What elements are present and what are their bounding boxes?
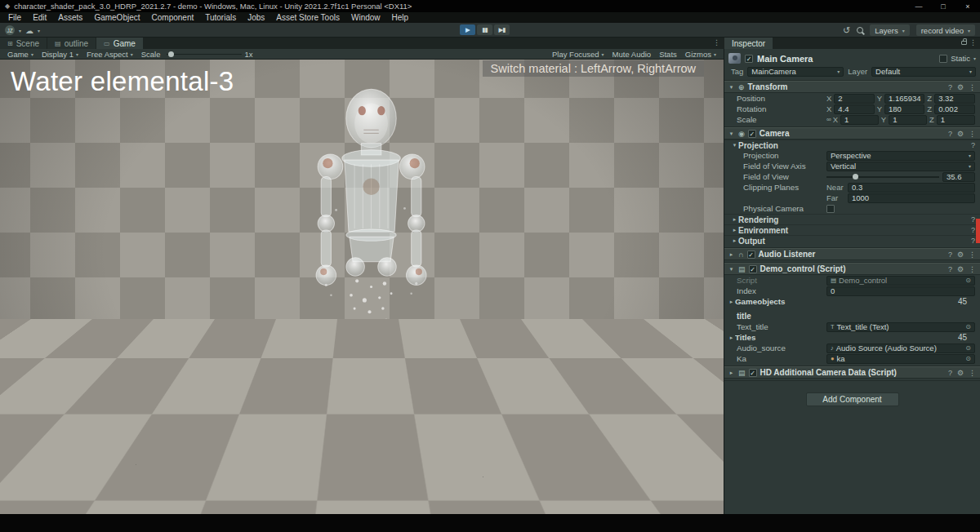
foldout-arrow-icon[interactable]: ▸ (728, 299, 735, 305)
help-icon[interactable]: ? (971, 141, 975, 149)
scale-x-field[interactable]: 1 (840, 115, 879, 125)
scale-slider-handle[interactable] (168, 51, 174, 57)
camera-header[interactable]: ▾ ◉ ✓ Camera ? ⚙ ⋮ (724, 127, 980, 140)
hd-camera-data-header[interactable]: ▸ ▤ ✓ HD Additional Camera Data (Script)… (724, 366, 980, 379)
tab-game[interactable]: ▭ Game (96, 38, 143, 49)
previous-character-arrow[interactable]: ‹ (689, 481, 697, 506)
rotation-y-field[interactable]: 180 (884, 104, 924, 114)
preset-icon[interactable]: ⚙ (957, 83, 964, 91)
tab-outline[interactable]: ▤ outline (47, 38, 96, 49)
foldout-arrow-icon[interactable]: ▸ (728, 251, 735, 258)
gameobject-enabled-checkbox[interactable]: ✓ (745, 55, 753, 63)
close-button[interactable]: × (956, 0, 980, 12)
menu-help[interactable]: Help (386, 12, 415, 23)
help-icon[interactable]: ? (971, 215, 975, 224)
menu-tutorials[interactable]: Tutorials (199, 12, 242, 23)
display-target-dropdown[interactable]: Display 1 ▾ (38, 50, 82, 59)
fov-value-field[interactable]: 35.6 (942, 172, 975, 182)
stats-toggle[interactable]: Stats (655, 50, 681, 59)
static-caret-icon[interactable]: ▾ (973, 55, 976, 61)
help-icon[interactable]: ? (971, 237, 975, 245)
projection-dropdown[interactable]: Perspective ▾ (826, 151, 975, 161)
rotation-x-field[interactable]: 4.4 (834, 104, 874, 114)
demo-control-header[interactable]: ▾ ▤ ✓ Demo_control (Script) ? ⚙ ⋮ (724, 263, 980, 275)
object-picker-icon[interactable]: ⊙ (965, 344, 971, 352)
transform-header[interactable]: ▾ ⊕ Transform ? ⚙ ⋮ (724, 81, 980, 93)
demo-control-enabled-checkbox[interactable]: ✓ (749, 265, 757, 273)
static-checkbox[interactable] (939, 55, 947, 63)
fov-slider-handle[interactable] (853, 174, 858, 180)
help-icon[interactable]: ? (948, 265, 952, 273)
search-icon[interactable] (857, 27, 863, 33)
position-x-field[interactable]: 2 (834, 94, 874, 104)
help-icon[interactable]: ? (971, 226, 975, 234)
add-component-button[interactable]: Add Component (806, 392, 899, 406)
text-title-object-field[interactable]: T Text_title (Text) ⊙ (826, 322, 975, 332)
menu-file[interactable]: File (2, 12, 27, 23)
foldout-arrow-icon[interactable]: ▸ (728, 335, 735, 341)
kebab-menu-icon[interactable]: ⋮ (969, 250, 976, 259)
layers-dropdown[interactable]: Layers ▾ (870, 24, 910, 36)
index-field[interactable]: 0 (826, 286, 975, 296)
help-icon[interactable]: ? (948, 250, 952, 259)
position-z-field[interactable]: 3.32 (934, 94, 975, 104)
layer-dropdown[interactable]: Default ▾ (871, 67, 976, 77)
foldout-arrow-icon[interactable]: ▸ (731, 216, 738, 223)
physical-camera-checkbox[interactable] (826, 205, 835, 213)
help-icon[interactable]: ? (948, 130, 952, 138)
foldout-arrow-icon[interactable]: ▸ (731, 227, 738, 233)
ka-object-field[interactable]: ● ka ⊙ (826, 354, 975, 364)
maximize-button[interactable]: □ (931, 0, 956, 12)
tab-inspector[interactable]: Inspector (724, 38, 773, 49)
foldout-arrow-icon[interactable]: ▸ (728, 370, 735, 376)
projection-section-foldout[interactable]: ▾ Projection ? (724, 140, 980, 150)
rendering-section-foldout[interactable]: ▸ Rendering ? (724, 214, 980, 224)
script-object-field[interactable]: ▤ Demo_control ⊙ (826, 276, 975, 286)
kebab-menu-icon[interactable]: ⋮ (969, 83, 976, 91)
help-icon[interactable]: ? (948, 369, 952, 377)
kebab-menu-icon[interactable]: ⋮ (969, 130, 976, 138)
object-picker-icon[interactable]: ⊙ (965, 355, 971, 362)
game-panel-menu-icon[interactable]: ⋮ (713, 38, 720, 47)
inspector-lock-icon[interactable] (961, 41, 967, 45)
object-picker-icon[interactable]: ⊙ (965, 277, 971, 284)
next-character-arrow[interactable]: › (707, 481, 715, 506)
foldout-arrow-icon[interactable]: ▾ (728, 131, 735, 137)
fov-axis-dropdown[interactable]: Vertical ▾ (826, 162, 975, 171)
far-field[interactable]: 1000 (848, 193, 975, 203)
gizmos-dropdown[interactable]: Gizmos ▾ (681, 50, 720, 59)
menu-gameobject[interactable]: GameObject (88, 12, 145, 23)
play-focused-dropdown[interactable]: Play Focused ▾ (548, 50, 608, 59)
mute-audio-toggle[interactable]: Mute Audio (608, 50, 656, 59)
inspector-menu-icon[interactable]: ⋮ (969, 38, 977, 47)
menu-jobs[interactable]: Jobs (242, 12, 270, 23)
position-y-field[interactable]: 1.165934 (884, 94, 924, 104)
preset-icon[interactable]: ⚙ (957, 369, 964, 377)
cloud-services-icon[interactable]: ☁ (25, 26, 33, 35)
pause-button[interactable]: ▮▮ (477, 24, 492, 35)
environment-section-foldout[interactable]: ▸ Environment ? (724, 224, 980, 235)
audio-source-object-field[interactable]: ♪ Audio Source (Audio Source) ⊙ (826, 344, 975, 353)
foldout-arrow-icon[interactable]: ▾ (731, 142, 738, 149)
menu-assets[interactable]: Assets (52, 12, 88, 23)
menu-component[interactable]: Component (146, 12, 200, 23)
preset-icon[interactable]: ⚙ (957, 130, 964, 138)
step-button[interactable]: ▶▮ (494, 24, 510, 35)
audio-listener-enabled-checkbox[interactable]: ✓ (747, 250, 755, 259)
preset-icon[interactable]: ⚙ (957, 265, 964, 273)
scale-slider[interactable] (167, 49, 242, 60)
minimize-button[interactable]: — (906, 0, 931, 12)
constrain-proportions-icon[interactable]: ∞ (826, 116, 831, 123)
foldout-arrow-icon[interactable]: ▾ (728, 84, 735, 91)
fov-slider[interactable] (826, 172, 939, 182)
preset-icon[interactable]: ⚙ (957, 250, 964, 259)
layout-dropdown[interactable]: record video ▾ (916, 24, 975, 36)
scale-y-field[interactable]: 1 (889, 115, 927, 125)
aspect-ratio-dropdown[interactable]: Free Aspect ▾ (82, 50, 137, 59)
object-picker-icon[interactable]: ⊙ (965, 323, 971, 330)
audio-listener-header[interactable]: ▸ ∩ ✓ Audio Listener ? ⚙ ⋮ (724, 248, 980, 260)
camera-enabled-checkbox[interactable]: ✓ (748, 130, 756, 138)
tag-dropdown[interactable]: MainCamera ▾ (747, 67, 844, 77)
rotation-z-field[interactable]: 0.002 (934, 104, 975, 114)
play-button[interactable]: ▶ (460, 24, 475, 35)
